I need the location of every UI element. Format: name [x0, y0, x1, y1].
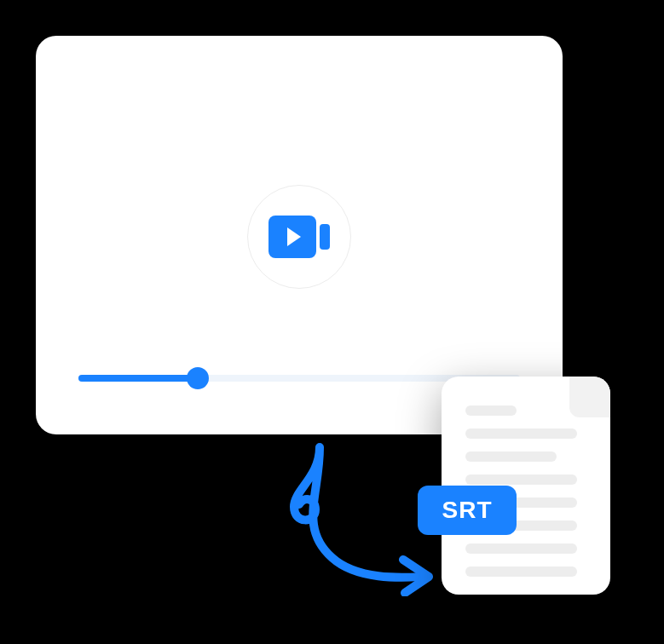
file-line — [465, 405, 517, 416]
video-progress-knob[interactable] — [187, 367, 209, 389]
srt-label: SRT — [442, 497, 493, 524]
file-line — [465, 428, 577, 439]
video-camera-body — [268, 216, 316, 258]
video-player-card — [36, 36, 563, 434]
play-triangle-icon — [287, 227, 301, 246]
video-progress-fill — [78, 375, 198, 382]
file-line — [465, 566, 577, 577]
file-line — [465, 451, 557, 462]
play-button-circle[interactable] — [247, 185, 351, 289]
video-camera-icon — [268, 216, 330, 258]
file-line — [465, 474, 577, 485]
video-camera-lens — [320, 224, 330, 250]
file-line — [465, 543, 577, 554]
srt-file-card: SRT — [442, 377, 610, 595]
srt-format-badge: SRT — [418, 486, 517, 535]
conversion-arrow-icon — [268, 443, 439, 588]
